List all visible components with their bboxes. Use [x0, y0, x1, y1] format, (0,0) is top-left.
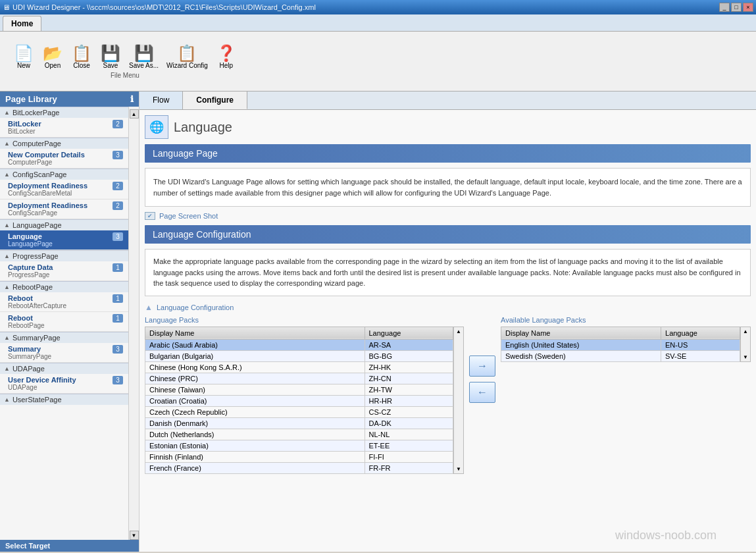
scroll-down-arrow[interactable]: ▼	[130, 531, 139, 540]
table-row[interactable]: Dutch (Netherlands)NL-NL	[145, 429, 453, 440]
category-summary[interactable]: ▲ SummaryPage	[0, 332, 128, 343]
sidebar-item-summary[interactable]: Summary SummaryPage 3	[0, 343, 128, 363]
category-arrow: ▲	[4, 140, 10, 147]
item-sub: LanguagePage	[8, 240, 53, 248]
sidebar-item-deployment-readiness-1[interactable]: Deployment Readiness ConfigScanBareMetal…	[0, 180, 128, 199]
open-icon: 📂	[43, 45, 63, 61]
scroll-up-arrow[interactable]: ▲	[130, 109, 139, 118]
ribbon-content: 📄 New 📂 Open 📋 Close 💾 Save 💾 Sav	[0, 32, 756, 91]
category-reboot[interactable]: ▲ RebootPage	[0, 281, 128, 292]
category-computer[interactable]: ▲ ComputerPage	[0, 138, 128, 149]
available-packs-table: Display Name Language English (United St…	[501, 327, 740, 362]
close-button[interactable]: ×	[743, 3, 753, 12]
page-icon: 🌐	[145, 115, 168, 139]
save-as-button[interactable]: 💾 Save As...	[126, 44, 161, 70]
category-label: ConfigScanPage	[13, 171, 67, 178]
table-row[interactable]: Bulgarian (Bulgaria)BG-BG	[145, 350, 453, 361]
pack-name: Croatian (Croatia)	[145, 395, 365, 406]
table-row[interactable]: Chinese (Hong Kong S.A.R.)ZH-HK	[145, 361, 453, 373]
item-sub: SummaryPage	[8, 353, 51, 360]
page-library-title: Page Library	[5, 94, 57, 104]
table-row[interactable]: Swedish (Sweden)SV-SE	[501, 350, 740, 361]
table-row[interactable]: English (United States)EN-US	[501, 339, 740, 350]
table-row[interactable]: Finnish (Finland)FI-FI	[145, 451, 453, 462]
sidebar-item-info: BitLocker BitLocker	[8, 120, 41, 135]
pack-code: BG-BG	[365, 350, 453, 361]
table-row[interactable]: Estonian (Estonia)ET-EE	[145, 440, 453, 451]
category-label: LanguagePage	[13, 221, 62, 229]
category-label: SummaryPage	[13, 334, 61, 342]
move-left-button[interactable]: ←	[469, 382, 495, 403]
new-button[interactable]: 📄 New	[11, 44, 37, 70]
pack-name: Bulgarian (Bulgaria)	[145, 350, 365, 361]
category-arrow: ▲	[4, 284, 10, 290]
category-arrow: ▲	[4, 253, 10, 259]
collapse-icon[interactable]: ▲	[145, 303, 153, 312]
flow-tab[interactable]: Flow	[139, 92, 183, 109]
item-badge: 1	[113, 263, 123, 272]
description-text: The UDI Wizard's Language Page allows fo…	[153, 178, 742, 197]
minimize-button[interactable]: _	[719, 3, 730, 12]
item-badge: 3	[113, 232, 123, 241]
lang-table-scrollbar[interactable]: ▲ ▼	[453, 327, 464, 474]
title-controls[interactable]: _ □ ×	[719, 3, 753, 12]
table-row[interactable]: Chinese (Taiwan)ZH-TW	[145, 384, 453, 395]
save-button[interactable]: 💾 Save	[97, 44, 124, 70]
pack-code: CS-CZ	[365, 406, 453, 417]
table-row[interactable]: French (France)FR-FR	[145, 462, 453, 473]
content-tab-bar: Flow Configure	[139, 92, 756, 110]
sidebar-item-uda[interactable]: User Device Affinity UDAPage 3	[0, 374, 128, 394]
available-packs-section: Available Language Packs Display Name La…	[501, 316, 751, 362]
right-arrow-icon: →	[477, 360, 488, 372]
sidebar-scroll-container: ▲ BitLockerPage BitLocker BitLocker 2 ▲ …	[0, 107, 139, 540]
category-label: RebootPage	[13, 283, 53, 291]
sidebar-item-computer[interactable]: New Computer Details ComputerPage 3	[0, 149, 128, 169]
sidebar-item-bitlocker[interactable]: BitLocker BitLocker 2	[0, 118, 128, 138]
avail-table-scrollbar[interactable]: ▲ ▼	[740, 327, 751, 362]
category-label: UserStatePage	[13, 396, 62, 404]
table-row[interactable]: Croatian (Croatia)HR-HR	[145, 395, 453, 406]
home-tab[interactable]: Home	[3, 16, 41, 31]
maximize-button[interactable]: □	[731, 3, 742, 12]
help-label: Help	[220, 62, 234, 69]
item-badge: 2	[113, 120, 123, 128]
avail-header-name: Display Name	[501, 327, 661, 339]
lang-scroll-up[interactable]: ▲	[455, 327, 463, 336]
sidebar-item-language[interactable]: Language LanguagePage 3	[0, 230, 128, 250]
sidebar-scrollbar[interactable]: ▲ ▼	[128, 107, 139, 540]
category-configscan[interactable]: ▲ ConfigScanPage	[0, 169, 128, 180]
help-button[interactable]: ❓ Help	[213, 44, 239, 70]
avail-scroll-down[interactable]: ▼	[742, 353, 749, 361]
category-bitlocker[interactable]: ▲ BitLockerPage	[0, 107, 128, 118]
close-ribbon-button[interactable]: 📋 Close	[68, 44, 95, 70]
category-language[interactable]: ▲ LanguagePage	[0, 219, 128, 230]
category-arrow: ▲	[4, 171, 10, 178]
category-progress[interactable]: ▲ ProgressPage	[0, 250, 128, 261]
table-row[interactable]: Arabic (Saudi Arabia)AR-SA	[145, 339, 453, 350]
category-userstate[interactable]: ▲ UserStatePage	[0, 394, 128, 405]
screenshot-label[interactable]: Page Screen Shot	[159, 212, 218, 220]
lang-config-label[interactable]: Language Configuration	[157, 303, 234, 311]
sidebar-item-deployment-readiness-2[interactable]: Deployment Readiness ConfigScanPage 2	[0, 199, 128, 219]
select-target-item[interactable]: Select Target	[0, 540, 139, 552]
move-right-button[interactable]: →	[469, 356, 495, 377]
lang-table-header-name: Display Name	[145, 327, 365, 339]
avail-scroll-up[interactable]: ▲	[742, 327, 749, 336]
sidebar-item-reboot-1[interactable]: Reboot RebootAfterCapture 1	[0, 292, 128, 312]
category-arrow: ▲	[4, 222, 10, 228]
item-sub: UDAPage	[8, 384, 76, 391]
item-badge: 3	[113, 345, 123, 354]
sidebar-item-capture[interactable]: Capture Data ProgressPage 1	[0, 261, 128, 281]
sidebar-item-info: New Computer Details ComputerPage	[8, 151, 85, 166]
table-row[interactable]: Czech (Czech Republic)CS-CZ	[145, 406, 453, 417]
item-sub: BitLocker	[8, 128, 41, 135]
lang-scroll-down[interactable]: ▼	[455, 465, 463, 473]
sidebar-item-info: Summary SummaryPage	[8, 345, 51, 360]
configure-tab[interactable]: Configure	[183, 92, 247, 109]
table-row[interactable]: Chinese (PRC)ZH-CN	[145, 373, 453, 384]
open-button[interactable]: 📂 Open	[39, 44, 66, 70]
wizard-config-button[interactable]: 📋 Wizard Config	[164, 44, 211, 70]
category-uda[interactable]: ▲ UDAPage	[0, 363, 128, 374]
sidebar-item-reboot-2[interactable]: Reboot RebootPage 1	[0, 312, 128, 332]
table-row[interactable]: Danish (Denmark)DA-DK	[145, 417, 453, 429]
